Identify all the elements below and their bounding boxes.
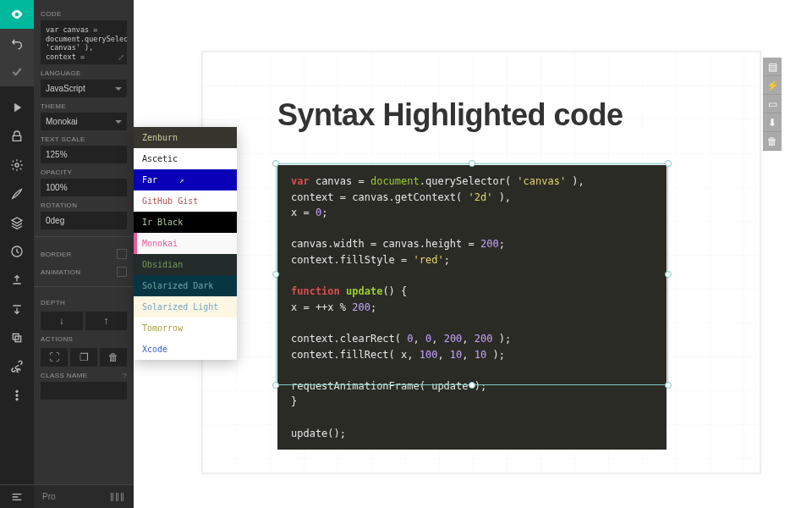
border-checkbox[interactable] [117, 249, 127, 259]
insert-above-button[interactable] [0, 266, 34, 295]
theme-option[interactable]: Far [134, 169, 237, 190]
label-language: LANGUAGE [41, 69, 127, 77]
theme-option[interactable]: Monokai [134, 233, 237, 254]
theme-option[interactable]: Ascetic [134, 148, 237, 169]
history-button[interactable] [0, 237, 34, 266]
selection-handle[interactable] [665, 160, 672, 167]
depth-down-button[interactable]: ↓ [41, 312, 83, 330]
approve-button[interactable] [0, 58, 34, 86]
theme-option[interactable]: GitHub Gist [134, 190, 237, 212]
theme-option[interactable]: Solarized Light [134, 296, 237, 318]
theme-option[interactable]: Tomorrow [134, 318, 237, 339]
animation-checkbox[interactable] [117, 267, 127, 277]
insert-below-button[interactable] [0, 295, 34, 323]
selection-handle[interactable] [272, 382, 279, 389]
action-trash-button[interactable]: 🗑 [100, 348, 127, 367]
label-rotation: ROTATION [41, 202, 127, 209]
svg-point-4 [16, 390, 19, 393]
code-block[interactable]: var canvas = document.querySelector( 'ca… [277, 165, 667, 450]
play-button[interactable] [0, 93, 34, 122]
action-copy-button[interactable]: ❐ [70, 348, 97, 367]
opacity-input[interactable] [41, 179, 127, 196]
rotation-input[interactable] [41, 212, 127, 229]
selection-handle[interactable] [469, 160, 475, 167]
undo-button[interactable] [0, 29, 34, 58]
svg-point-6 [16, 398, 19, 400]
selection-handle[interactable] [469, 382, 475, 389]
slide-tools: ▤ ⚡ ▭ ⬇ 🗑 [763, 58, 782, 151]
settings-button[interactable] [0, 151, 34, 179]
layers-button[interactable] [0, 208, 34, 237]
selection-handle[interactable] [665, 382, 672, 389]
panel-footer: Pro ǁǁǁ [34, 484, 134, 508]
selection-handle[interactable] [272, 160, 279, 167]
label-classname: CLASS NAME [41, 372, 88, 379]
duplicate-button[interactable] [0, 323, 34, 352]
slide-tool-book-icon[interactable]: ▭ [763, 95, 782, 113]
label-text-scale: TEXT SCALE [41, 135, 127, 143]
label-opacity: OPACITY [41, 168, 127, 176]
text-scale-input[interactable] [41, 146, 127, 163]
theme-select[interactable]: Monokai [41, 113, 127, 130]
label-actions: ACTIONS [41, 335, 127, 343]
label-theme: THEME [41, 102, 127, 110]
classname-input[interactable] [41, 382, 127, 400]
theme-option[interactable]: Zenburn [134, 127, 237, 148]
theme-option[interactable]: Ir Black [134, 212, 237, 233]
slide-title[interactable]: Syntax Highlighted code [277, 97, 623, 133]
slide-tool-grid-icon[interactable]: ▤ [763, 58, 782, 76]
action-fullscreen-button[interactable]: ⛶ [41, 348, 68, 367]
label-border: BORDER [41, 251, 72, 258]
label-animation: ANIMATION [41, 268, 80, 276]
depth-up-button[interactable]: ↑ [85, 312, 128, 330]
more-button[interactable] [0, 381, 34, 410]
selection-handle[interactable] [272, 271, 279, 278]
classname-help[interactable]: ? [123, 372, 127, 379]
slide-tool-download-icon[interactable]: ⬇ [763, 113, 782, 132]
code-textarea[interactable]: var canvas = document.querySelector( 'ca… [41, 20, 127, 64]
brush-button[interactable] [0, 179, 34, 208]
theme-option[interactable]: Obsidian [134, 254, 237, 275]
svg-point-5 [16, 395, 19, 397]
menu-button[interactable] [0, 484, 34, 508]
tool-rail [0, 0, 34, 508]
label-depth: DEPTH [41, 299, 127, 306]
theme-option[interactable]: Solarized Dark [134, 275, 237, 296]
lock-button[interactable] [0, 122, 34, 151]
slide-tool-trash-icon[interactable]: 🗑 [763, 132, 782, 151]
slide-tool-flash-icon[interactable]: ⚡ [763, 76, 782, 95]
preview-button[interactable] [0, 0, 34, 29]
label-code: CODE [41, 10, 127, 18]
theme-dropdown[interactable]: ZenburnAsceticFarGitHub GistIr BlackMono… [134, 127, 237, 360]
properties-panel: CODE var canvas = document.querySelector… [34, 0, 134, 508]
equalizer-icon[interactable]: ǁǁǁ [110, 492, 125, 501]
language-select[interactable]: JavaScript [41, 80, 127, 97]
svg-point-0 [15, 163, 19, 167]
theme-option[interactable]: Xcode [134, 339, 237, 360]
selection-handle[interactable] [665, 271, 672, 278]
pro-badge[interactable]: Pro [42, 492, 56, 501]
share-button[interactable] [0, 352, 34, 381]
